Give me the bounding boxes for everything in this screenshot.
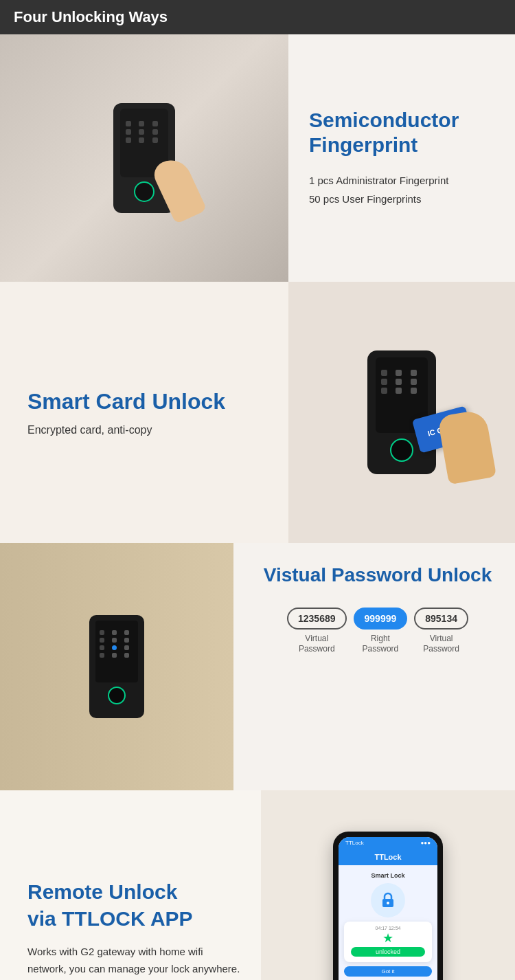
remote-text: Remote Unlockvia TTLOCK APP Works with G… bbox=[0, 790, 261, 980]
badge-label-virtual1: VirtualPassword bbox=[299, 634, 335, 655]
lock-pw-device bbox=[89, 615, 144, 718]
hand-holding bbox=[437, 409, 496, 485]
section-remote: Remote Unlockvia TTLOCK APP Works with G… bbox=[0, 790, 515, 980]
page-header: Four Unlocking Ways bbox=[0, 0, 515, 34]
phone-statusbar: TTLock ●●● bbox=[339, 837, 437, 849]
phone-unlock-card: 04:17 12:54 ★ unlocked bbox=[344, 922, 432, 962]
badge-item-virtual2: 895134 VirtualPassword bbox=[414, 608, 468, 655]
section-smartcard: Smart Card Unlock Encrypted card, anti-c… bbox=[0, 282, 515, 543]
svg-point-1 bbox=[387, 902, 389, 904]
phone-app-name: TTLock bbox=[374, 853, 401, 861]
fingerprint-image bbox=[0, 34, 288, 282]
badge-label-right: RightPassword bbox=[363, 634, 399, 655]
badge-right: 999999 bbox=[354, 608, 408, 630]
fingerprint-line2: 50 pcs User Fingerprints bbox=[309, 190, 494, 208]
card-scene: IC CARD bbox=[367, 350, 436, 474]
smartcard-text: Smart Card Unlock Encrypted card, anti-c… bbox=[0, 282, 288, 543]
remote-title: Remote Unlockvia TTLOCK APP bbox=[27, 878, 240, 932]
phone-lock-title: Smart Lock bbox=[371, 872, 404, 879]
phone-star-icon: ★ bbox=[351, 931, 425, 946]
fingerprint-sensor bbox=[134, 181, 154, 202]
fingerprint-title: Semiconductor Fingerprint bbox=[309, 108, 494, 157]
password-text: Vistual Password Unlock 1235689 VirtualP… bbox=[233, 543, 515, 790]
remote-image: TTLock ●●● TTLock Smart Lock bbox=[261, 790, 515, 980]
section-fingerprint: Semiconductor Fingerprint 1 pcs Administ… bbox=[0, 34, 515, 282]
section-password: Vistual Password Unlock 1235689 VirtualP… bbox=[0, 543, 515, 790]
smartcard-subtitle: Encrypted card, anti-copy bbox=[27, 424, 261, 436]
badge-item-virtual1: 1235689 VirtualPassword bbox=[287, 608, 347, 655]
badge-virtual1: 1235689 bbox=[287, 608, 347, 630]
lock-fp-b bbox=[390, 438, 413, 462]
fingerprint-line1: 1 pcs Administrator Fingerprint bbox=[309, 171, 494, 190]
phone-unlock-time: 04:17 12:54 bbox=[351, 926, 425, 931]
smartcard-image: IC CARD bbox=[288, 282, 515, 543]
lock-device-black: IC CARD bbox=[367, 350, 436, 474]
fingerprint-text: Semiconductor Fingerprint 1 pcs Administ… bbox=[288, 34, 515, 282]
phone-got-it-button[interactable]: Got it bbox=[344, 966, 432, 977]
smartcard-title: Smart Card Unlock bbox=[27, 389, 261, 414]
phone-status-badge: unlocked bbox=[351, 947, 425, 957]
password-title: Vistual Password Unlock bbox=[254, 564, 501, 587]
phone-mockup: TTLock ●●● TTLock Smart Lock bbox=[333, 832, 443, 980]
phone-content: Smart Lock 04:17 12:54 ★ unlocked bbox=[339, 865, 437, 980]
badge-item-right: 999999 RightPassword bbox=[354, 608, 408, 655]
lock-pw-screen bbox=[95, 621, 138, 682]
remote-description: Works with G2 gateway with home wifi net… bbox=[27, 943, 240, 978]
phone-lock-icon bbox=[371, 883, 405, 917]
password-badges: 1235689 VirtualPassword 999999 RightPass… bbox=[254, 608, 501, 655]
phone-app-header: TTLock bbox=[339, 849, 437, 865]
badge-virtual2: 895134 bbox=[414, 608, 468, 630]
password-image bbox=[0, 543, 233, 790]
page-title: Four Unlocking Ways bbox=[14, 8, 168, 26]
lock-pw-fp bbox=[108, 687, 126, 704]
phone-screen: TTLock ●●● TTLock Smart Lock bbox=[339, 837, 437, 980]
badge-label-virtual2: VirtualPassword bbox=[423, 634, 459, 655]
